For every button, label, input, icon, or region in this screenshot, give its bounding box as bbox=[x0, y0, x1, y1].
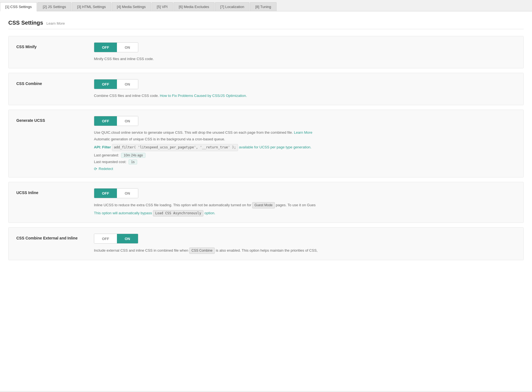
css-combine-row: CSS Combine OFF ON Combine CSS files and… bbox=[8, 73, 524, 105]
last-generated-value: 10m 24s ago bbox=[121, 153, 145, 158]
generate-ucss-off-btn[interactable]: OFF bbox=[94, 116, 117, 126]
tab-media-excludes[interactable]: [6] Media Excludes bbox=[173, 2, 214, 11]
generate-ucss-desc: Use QUIC.cloud online service to generat… bbox=[94, 130, 516, 136]
api-suffix: available for UCSS per page type generat… bbox=[239, 145, 311, 149]
heading-learn-more-link[interactable]: Learn More bbox=[47, 21, 65, 25]
tab-vpi[interactable]: [5] VPI bbox=[152, 2, 173, 11]
css-combine-desc: Combine CSS files and inline CSS code. H… bbox=[94, 93, 516, 99]
tab-js-settings[interactable]: [2] JS Settings bbox=[37, 2, 71, 11]
last-requested-line: Last requested cost: 1s bbox=[94, 159, 516, 164]
tab-tuning[interactable]: [8] Tuning bbox=[250, 2, 276, 11]
ucss-inline-desc: Inline UCSS to reduce the extra CSS file… bbox=[94, 202, 516, 208]
generate-ucss-on-btn[interactable]: ON bbox=[117, 116, 138, 126]
css-combine-ext-inline-desc: Include external CSS and inline CSS in c… bbox=[94, 247, 516, 254]
generate-ucss-label: Generate UCSS bbox=[16, 118, 45, 123]
load-css-async-badge: Load CSS Asynchronously bbox=[153, 210, 203, 216]
redetect-label: Redetect bbox=[99, 167, 113, 171]
css-minify-label: CSS Minify bbox=[16, 45, 37, 49]
ucss-inline-on-btn[interactable]: ON bbox=[117, 189, 138, 198]
css-minify-toggle[interactable]: OFF ON bbox=[94, 42, 138, 52]
css-combine-toggle[interactable]: OFF ON bbox=[94, 79, 138, 89]
last-requested-value: 1s bbox=[129, 159, 137, 164]
css-minify-desc: Minify CSS files and inline CSS code. bbox=[94, 56, 516, 62]
css-minify-row: CSS Minify OFF ON Minify CSS files and i… bbox=[8, 36, 524, 68]
css-minify-on-btn[interactable]: ON bbox=[117, 43, 138, 52]
css-combine-ext-badge: CSS Combine bbox=[189, 247, 215, 254]
last-generated-label: Last generated: bbox=[94, 153, 119, 157]
api-filter-line: API: Filter add_filter( 'litespeed_ucss_… bbox=[94, 144, 516, 151]
css-combine-label: CSS Combine bbox=[16, 81, 42, 86]
css-combine-ext-inline-off-btn[interactable]: OFF bbox=[94, 234, 117, 244]
guest-mode-badge: Guest Mode bbox=[252, 202, 275, 208]
tab-media-settings[interactable]: [4] Media Settings bbox=[112, 2, 151, 11]
css-combine-ext-inline-row: CSS Combine External and Inline OFF ON I… bbox=[8, 227, 524, 260]
css-combine-ext-inline-label: CSS Combine External and Inline bbox=[16, 236, 78, 240]
ucss-inline-row: UCSS Inline OFF ON Inline UCSS to reduce… bbox=[8, 182, 524, 223]
api-code-badge: add_filter( 'litespeed_ucss_per_pagetype… bbox=[112, 144, 238, 151]
generate-ucss-desc2: Automatic generation of unique CSS is in… bbox=[94, 136, 516, 142]
ucss-bypass-line: This option will automatically bypass Lo… bbox=[94, 210, 516, 216]
generate-ucss-toggle[interactable]: OFF ON bbox=[94, 116, 138, 126]
css-combine-ext-inline-toggle[interactable]: OFF ON bbox=[94, 234, 138, 244]
css-combine-on-btn[interactable]: ON bbox=[117, 79, 138, 89]
generate-ucss-row: Generate UCSS OFF ON Use QUIC.cloud onli… bbox=[8, 110, 524, 177]
page-content: CSS Settings Learn More CSS Minify OFF O… bbox=[0, 11, 532, 391]
css-minify-off-btn[interactable]: OFF bbox=[94, 43, 117, 52]
css-combine-off-btn[interactable]: OFF bbox=[94, 79, 117, 89]
last-generated-line: Last generated: 10m 24s ago bbox=[94, 153, 516, 158]
page-title: CSS Settings bbox=[8, 20, 43, 26]
tab-css-settings[interactable]: [1] CSS Settings bbox=[0, 2, 37, 11]
css-combine-ext-inline-on-btn[interactable]: ON bbox=[117, 234, 138, 244]
tabs-bar: [1] CSS Settings [2] JS Settings [3] HTM… bbox=[0, 0, 532, 11]
tab-html-settings[interactable]: [3] HTML Settings bbox=[72, 2, 111, 11]
redetect-link[interactable]: ⟳ Redetect bbox=[94, 167, 113, 171]
tab-localization[interactable]: [7] Localization bbox=[215, 2, 250, 11]
ucss-inline-toggle[interactable]: OFF ON bbox=[94, 188, 138, 198]
ucss-inline-label: UCSS Inline bbox=[16, 190, 38, 195]
redetect-icon: ⟳ bbox=[94, 167, 97, 171]
last-requested-label: Last requested cost: bbox=[94, 160, 126, 164]
generate-ucss-learn-more-link[interactable]: Learn More bbox=[294, 130, 312, 135]
ucss-inline-off-btn[interactable]: OFF bbox=[94, 189, 117, 198]
page-heading: CSS Settings Learn More bbox=[8, 20, 524, 29]
api-label: API: Filter bbox=[94, 145, 111, 149]
css-combine-fix-link[interactable]: How to Fix Problems Caused by CSS/JS Opt… bbox=[160, 94, 247, 98]
